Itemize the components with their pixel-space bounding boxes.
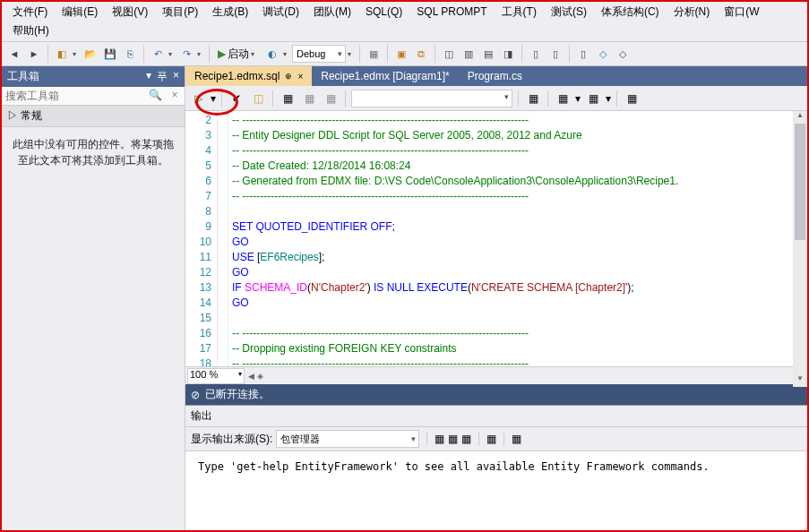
save-all-button[interactable]: ⎘ <box>121 45 139 63</box>
empty-message: 此组中没有可用的控件。将某项拖至此文本可将其添加到工具箱。 <box>2 127 185 177</box>
output-toolbar: 显示输出来源(S): 包管理器 ▦ ▦ ▦ ▦ ▦ <box>185 427 807 451</box>
tb-btn-10[interactable]: ▯ <box>574 45 592 63</box>
start-label: 启动 <box>228 47 249 62</box>
tb-btn-5[interactable]: ▥ <box>460 45 478 63</box>
out-btn-5[interactable]: ▦ <box>512 433 521 445</box>
out-btn-4[interactable]: ▦ <box>486 433 496 445</box>
redo-button[interactable]: ↷ <box>177 45 195 63</box>
open-button[interactable]: 📂 <box>82 45 99 63</box>
db-button[interactable]: ◫ <box>249 90 267 107</box>
tb-btn-6[interactable]: ▤ <box>479 45 497 63</box>
tab-program-cs[interactable]: Program.cs <box>459 66 531 86</box>
menu-bar: 文件(F) 编辑(E) 视图(V) 项目(P) 生成(B) 调试(D) 团队(M… <box>2 2 807 21</box>
out-btn-2[interactable]: ▦ <box>448 433 458 445</box>
save-button[interactable]: 💾 <box>101 45 119 63</box>
tab-recipe1-sql[interactable]: Recipe1.edmx.sql ⊕ × <box>185 66 312 86</box>
dropdown-icon[interactable]: ▾ <box>146 69 151 84</box>
back-button[interactable]: ◄ <box>5 45 23 63</box>
toolbox-search: 🔍 × <box>2 87 185 106</box>
toolbox-title: 工具箱 <box>7 69 39 84</box>
menu-help[interactable]: 帮助(H) <box>5 24 56 37</box>
nav-icon[interactable]: ◀ ◈ <box>248 372 263 381</box>
scroll-up-icon[interactable]: ▲ <box>793 111 807 124</box>
tb-btn-2[interactable]: ▣ <box>392 45 410 63</box>
sql-btn-6[interactable]: ▦ <box>584 90 602 107</box>
fold-margin[interactable] <box>218 111 228 366</box>
menu-edit[interactable]: 编辑(E) <box>55 4 105 20</box>
start-debug-button[interactable]: ▶ 启动 ▾ <box>214 47 262 62</box>
close-icon[interactable]: × <box>297 72 303 82</box>
category-general[interactable]: ▷ 常规 <box>2 106 185 127</box>
out-btn-3[interactable]: ▦ <box>461 433 471 445</box>
forward-button[interactable]: ► <box>25 45 43 63</box>
line-gutter: 23456789101112131415161718 <box>185 111 218 366</box>
tb-btn-9[interactable]: ▯ <box>547 45 564 63</box>
menu-bar-2: 帮助(H) <box>2 21 807 41</box>
db-combo[interactable] <box>351 90 512 107</box>
sql-btn-1[interactable]: ▦ <box>279 90 297 107</box>
pin-icon[interactable]: ⊕ <box>285 72 292 81</box>
menu-arch[interactable]: 体系结构(C) <box>594 4 667 20</box>
tb-btn-7[interactable]: ◨ <box>499 45 517 63</box>
menu-view[interactable]: 视图(V) <box>105 4 155 20</box>
document-tabs: Recipe1.edmx.sql ⊕ × Recipe1.edmx [Diagr… <box>185 66 807 86</box>
sql-btn-5[interactable]: ▦ <box>554 90 572 107</box>
search-input[interactable] <box>2 87 145 105</box>
tb-btn-8[interactable]: ▯ <box>527 45 545 63</box>
status-text: 已断开连接。 <box>205 387 270 402</box>
output-source-combo[interactable]: 包管理器 <box>276 430 419 448</box>
output-title: 输出 <box>185 405 807 427</box>
execute-button[interactable]: ▷ <box>189 90 207 107</box>
zoom-combo[interactable]: 100 % <box>187 368 245 384</box>
menu-team[interactable]: 团队(M) <box>306 4 358 20</box>
browser-button[interactable]: ◐ <box>263 45 281 63</box>
output-body[interactable]: Type 'get-help EntityFramework' to see a… <box>185 451 807 530</box>
clear-icon[interactable]: × <box>165 87 185 105</box>
menu-window[interactable]: 窗口(W <box>717 4 766 20</box>
output-panel: 输出 显示输出来源(S): 包管理器 ▦ ▦ ▦ ▦ ▦ Type 'get-h… <box>185 405 807 530</box>
zoom-bar: 100 % ◀ ◈ <box>185 366 807 384</box>
menu-test[interactable]: 测试(S) <box>544 4 594 20</box>
tb-btn-11[interactable]: ◇ <box>594 45 612 63</box>
tb-btn-4[interactable]: ◫ <box>440 45 458 63</box>
close-icon[interactable]: × <box>173 69 179 84</box>
menu-tools[interactable]: 工具(T) <box>495 4 544 20</box>
play-icon: ▶ <box>218 47 226 60</box>
main-toolbar: ◄ ► ◧▾ 📂 💾 ⎘ ↶▾ ↷▾ ▶ 启动 ▾ ◐▾ Debug ▾ ▦ ▣… <box>2 41 807 66</box>
scroll-down-icon[interactable]: ▼ <box>793 374 807 387</box>
out-btn-1[interactable]: ▦ <box>435 433 444 445</box>
sql-btn-2[interactable]: ▦ <box>300 90 318 107</box>
sql-toolbar: ▷ ▾ ✔ ◫ ▦ ▦ ▦ ▦ ▦▾ ▦▾ ▦ <box>185 86 807 111</box>
check-button[interactable]: ✔ <box>228 90 245 107</box>
connection-status: ⊘ 已断开连接。 <box>185 384 807 405</box>
tb-btn-12[interactable]: ◇ <box>614 45 632 63</box>
code-lines[interactable]: -- -------------------------------------… <box>228 111 807 366</box>
toolbox-panel: 工具箱 ▾ 푸 × 🔍 × ▷ 常规 此组中没有可用的控件。将某项拖至此文本可将… <box>2 66 185 530</box>
menu-debug[interactable]: 调试(D) <box>255 4 306 20</box>
toolbox-header: 工具箱 ▾ 푸 × <box>2 66 185 87</box>
disconnect-icon: ⊘ <box>191 389 200 401</box>
menu-sql[interactable]: SQL(Q) <box>358 5 409 18</box>
undo-button[interactable]: ↶ <box>149 45 167 63</box>
menu-build[interactable]: 生成(B) <box>205 4 255 20</box>
menu-sqlprompt[interactable]: SQL PROMPT <box>409 5 494 18</box>
editor-area: Recipe1.edmx.sql ⊕ × Recipe1.edmx [Diagr… <box>185 66 807 530</box>
output-from-label: 显示输出来源(S): <box>191 432 272 447</box>
sql-btn-3[interactable]: ▦ <box>322 90 340 107</box>
menu-file[interactable]: 文件(F) <box>5 4 55 20</box>
tab-recipe1-diagram[interactable]: Recipe1.edmx [Diagram1]* <box>312 66 458 86</box>
scrollbar-thumb[interactable] <box>795 124 805 240</box>
sql-btn-7[interactable]: ▦ <box>623 90 641 107</box>
new-button[interactable]: ◧ <box>53 45 71 63</box>
tb-btn-3[interactable]: ⧉ <box>412 45 430 63</box>
tb-btn-1[interactable]: ▦ <box>365 45 383 63</box>
sql-btn-4[interactable]: ▦ <box>524 90 542 107</box>
search-icon[interactable]: 🔍 <box>145 87 165 105</box>
menu-analyze[interactable]: 分析(N) <box>667 4 718 20</box>
pin-icon[interactable]: 푸 <box>157 69 168 84</box>
menu-project[interactable]: 项目(P) <box>155 4 205 20</box>
vertical-scrollbar[interactable]: ▲ ▼ <box>793 111 807 387</box>
config-combo[interactable]: Debug <box>292 45 346 63</box>
code-editor[interactable]: 23456789101112131415161718 -- ----------… <box>185 111 807 366</box>
